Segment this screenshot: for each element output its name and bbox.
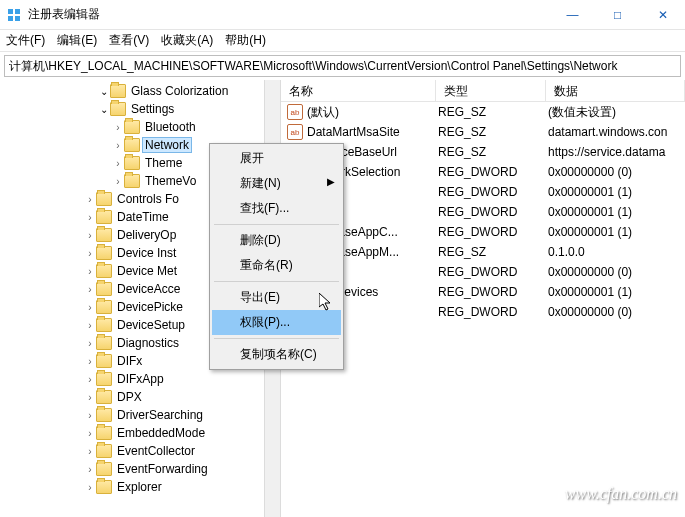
tree-item-label: DeliveryOp: [115, 228, 178, 242]
tree-item[interactable]: ›EventCollector: [0, 442, 280, 460]
chevron-right-icon[interactable]: ›: [112, 140, 124, 151]
ctx-rename[interactable]: 重命名(R): [212, 253, 341, 278]
value-data: datamart.windows.con: [548, 125, 685, 139]
menu-file[interactable]: 文件(F): [6, 32, 45, 49]
folder-icon: [96, 318, 112, 332]
column-type[interactable]: 类型: [436, 80, 546, 101]
ctx-separator: [214, 338, 339, 339]
chevron-right-icon[interactable]: ›: [84, 482, 96, 493]
chevron-right-icon[interactable]: ›: [112, 158, 124, 169]
close-button[interactable]: ✕: [640, 0, 685, 29]
ctx-find[interactable]: 查找(F)...: [212, 196, 341, 221]
chevron-down-icon[interactable]: ⌄: [98, 104, 110, 115]
app-icon: [6, 7, 22, 23]
minimize-button[interactable]: ―: [550, 0, 595, 29]
value-type: REG_SZ: [438, 245, 548, 259]
folder-icon: [96, 480, 112, 494]
chevron-right-icon[interactable]: ›: [112, 122, 124, 133]
tree-item[interactable]: ›DIFxApp: [0, 370, 280, 388]
ctx-permissions[interactable]: 权限(P)...: [212, 310, 341, 335]
chevron-right-icon[interactable]: ›: [84, 248, 96, 259]
tree-item-label: Diagnostics: [115, 336, 181, 350]
tree-item-label: Network: [143, 138, 191, 152]
value-row[interactable]: abDataMartMsaSiteREG_SZdatamart.windows.…: [281, 122, 685, 142]
value-type: REG_DWORD: [438, 165, 548, 179]
tree-item-label: DIFxApp: [115, 372, 166, 386]
address-bar[interactable]: 计算机\HKEY_LOCAL_MACHINE\SOFTWARE\Microsof…: [4, 55, 681, 77]
tree-item-label: Bluetooth: [143, 120, 198, 134]
tree-item[interactable]: ›DriverSearching: [0, 406, 280, 424]
value-data: 0x00000001 (1): [548, 185, 685, 199]
value-data: 0x00000001 (1): [548, 205, 685, 219]
value-type: REG_DWORD: [438, 185, 548, 199]
tree-item-label: EventForwarding: [115, 462, 210, 476]
value-data: 0x00000001 (1): [548, 285, 685, 299]
maximize-button[interactable]: □: [595, 0, 640, 29]
tree-item-label: Theme: [143, 156, 184, 170]
tree-item-label: Settings: [129, 102, 176, 116]
tree-item[interactable]: ›EventForwarding: [0, 460, 280, 478]
chevron-right-icon[interactable]: ›: [84, 374, 96, 385]
menu-favorites[interactable]: 收藏夹(A): [161, 32, 213, 49]
value-data: https://service.datama: [548, 145, 685, 159]
tree-item[interactable]: ›EmbeddedMode: [0, 424, 280, 442]
ctx-delete[interactable]: 删除(D): [212, 228, 341, 253]
folder-icon: [124, 138, 140, 152]
tree-item[interactable]: ›Explorer: [0, 478, 280, 496]
tree-item-label: Device Inst: [115, 246, 178, 260]
menu-help[interactable]: 帮助(H): [225, 32, 266, 49]
tree-item[interactable]: ⌄Settings: [0, 100, 280, 118]
window-title: 注册表编辑器: [28, 6, 550, 23]
chevron-right-icon[interactable]: ›: [84, 320, 96, 331]
chevron-right-icon[interactable]: ›: [84, 338, 96, 349]
folder-icon: [110, 102, 126, 116]
chevron-right-icon[interactable]: ›: [84, 392, 96, 403]
chevron-right-icon[interactable]: ›: [84, 446, 96, 457]
value-row[interactable]: ab(默认)REG_SZ(数值未设置): [281, 102, 685, 122]
folder-icon: [96, 372, 112, 386]
menu-view[interactable]: 查看(V): [109, 32, 149, 49]
tree-item-label: DevicePicke: [115, 300, 185, 314]
chevron-right-icon[interactable]: ›: [84, 302, 96, 313]
column-name[interactable]: 名称: [281, 80, 436, 101]
chevron-down-icon[interactable]: ⌄: [98, 86, 110, 97]
chevron-right-icon[interactable]: ›: [112, 176, 124, 187]
watermark: www.cfan.com.cn: [565, 485, 677, 503]
chevron-right-icon[interactable]: ›: [84, 230, 96, 241]
tree-item-label: ThemeVo: [143, 174, 198, 188]
string-value-icon: ab: [287, 104, 303, 120]
chevron-right-icon[interactable]: ›: [84, 212, 96, 223]
chevron-right-icon[interactable]: ›: [84, 356, 96, 367]
tree-item[interactable]: ›Bluetooth: [0, 118, 280, 136]
chevron-right-icon[interactable]: ›: [84, 266, 96, 277]
menu-edit[interactable]: 编辑(E): [57, 32, 97, 49]
value-type: REG_SZ: [438, 105, 548, 119]
string-value-icon: ab: [287, 124, 303, 140]
folder-icon: [96, 282, 112, 296]
value-data: (数值未设置): [548, 104, 685, 121]
ctx-new[interactable]: 新建(N)▶: [212, 171, 341, 196]
column-data[interactable]: 数据: [546, 80, 685, 101]
tree-item-label: Controls Fo: [115, 192, 181, 206]
folder-icon: [96, 264, 112, 278]
value-data: 0x00000000 (0): [548, 305, 685, 319]
chevron-right-icon[interactable]: ›: [84, 464, 96, 475]
folder-icon: [96, 300, 112, 314]
folder-icon: [96, 246, 112, 260]
tree-item[interactable]: ⌄Glass Colorization: [0, 82, 280, 100]
chevron-right-icon[interactable]: ›: [84, 410, 96, 421]
chevron-right-icon[interactable]: ›: [84, 194, 96, 205]
tree-item[interactable]: ›DPX: [0, 388, 280, 406]
tree-item-label: Explorer: [115, 480, 164, 494]
ctx-copy-key-name[interactable]: 复制项名称(C): [212, 342, 341, 367]
svg-rect-2: [8, 16, 13, 21]
value-data: 0x00000001 (1): [548, 225, 685, 239]
ctx-export[interactable]: 导出(E): [212, 285, 341, 310]
folder-icon: [96, 210, 112, 224]
chevron-right-icon[interactable]: ›: [84, 428, 96, 439]
chevron-right-icon[interactable]: ›: [84, 284, 96, 295]
svg-rect-1: [15, 9, 20, 14]
ctx-expand[interactable]: 展开: [212, 146, 341, 171]
value-data: 0.1.0.0: [548, 245, 685, 259]
value-type: REG_DWORD: [438, 225, 548, 239]
